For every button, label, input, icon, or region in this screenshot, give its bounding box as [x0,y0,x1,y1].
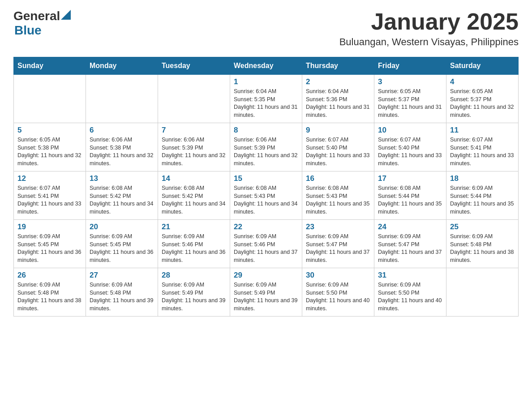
day-number: 29 [234,271,298,280]
page-header: General Blue January 2025 Buluangan, Wes… [13,9,519,48]
calendar-cell [158,75,230,123]
calendar-body: 1Sunrise: 6:04 AMSunset: 5:35 PMDaylight… [14,75,519,317]
header-day-saturday: Saturday [446,57,519,75]
day-number: 19 [17,223,82,231]
day-info: Sunrise: 6:08 AMSunset: 5:42 PMDaylight:… [90,184,154,216]
calendar-cell: 28Sunrise: 6:09 AMSunset: 5:49 PMDayligh… [158,268,230,317]
day-number: 17 [378,174,442,183]
day-number: 26 [17,271,82,280]
day-info: Sunrise: 6:05 AMSunset: 5:37 PMDaylight:… [450,88,515,119]
day-number: 6 [90,126,154,135]
header-day-friday: Friday [374,57,446,75]
day-number: 2 [306,77,370,86]
day-number: 4 [450,77,515,86]
calendar-cell: 22Sunrise: 6:09 AMSunset: 5:46 PMDayligh… [230,220,302,268]
day-number: 9 [306,126,370,135]
calendar-cell: 13Sunrise: 6:08 AMSunset: 5:42 PMDayligh… [86,171,158,220]
calendar-cell: 26Sunrise: 6:09 AMSunset: 5:48 PMDayligh… [14,268,86,317]
day-number: 13 [90,174,154,183]
logo-text-blue: Blue [14,23,42,38]
calendar-week-5: 26Sunrise: 6:09 AMSunset: 5:48 PMDayligh… [14,268,519,317]
day-info: Sunrise: 6:06 AMSunset: 5:39 PMDaylight:… [162,136,226,167]
day-number: 15 [234,174,298,183]
day-number: 11 [450,126,515,135]
day-number: 23 [306,223,370,231]
header-day-monday: Monday [86,57,158,75]
day-number: 12 [17,174,82,183]
calendar-cell: 25Sunrise: 6:09 AMSunset: 5:48 PMDayligh… [446,220,519,268]
day-info: Sunrise: 6:09 AMSunset: 5:49 PMDaylight:… [162,281,226,313]
calendar-week-4: 19Sunrise: 6:09 AMSunset: 5:45 PMDayligh… [14,220,519,268]
calendar-cell: 20Sunrise: 6:09 AMSunset: 5:45 PMDayligh… [86,220,158,268]
calendar-cell: 24Sunrise: 6:09 AMSunset: 5:47 PMDayligh… [374,220,446,268]
day-number: 1 [234,77,298,86]
day-number: 25 [450,223,515,231]
calendar-cell: 29Sunrise: 6:09 AMSunset: 5:49 PMDayligh… [230,268,302,317]
logo-text-general: General [13,9,60,23]
day-info: Sunrise: 6:09 AMSunset: 5:50 PMDaylight:… [306,281,370,313]
day-info: Sunrise: 6:08 AMSunset: 5:43 PMDaylight:… [234,184,298,216]
page-title: January 2025 [339,9,519,34]
day-info: Sunrise: 6:04 AMSunset: 5:35 PMDaylight:… [234,88,298,119]
day-number: 21 [162,223,226,231]
page-subtitle: Buluangan, Western Visayas, Philippines [339,36,519,48]
day-info: Sunrise: 6:07 AMSunset: 5:40 PMDaylight:… [306,136,370,167]
day-number: 5 [17,126,82,135]
calendar-cell: 16Sunrise: 6:08 AMSunset: 5:43 PMDayligh… [302,171,374,220]
day-info: Sunrise: 6:09 AMSunset: 5:45 PMDaylight:… [90,233,154,264]
day-info: Sunrise: 6:08 AMSunset: 5:42 PMDaylight:… [162,184,226,216]
header-day-tuesday: Tuesday [158,57,230,75]
day-info: Sunrise: 6:08 AMSunset: 5:44 PMDaylight:… [378,184,442,216]
day-info: Sunrise: 6:07 AMSunset: 5:41 PMDaylight:… [17,184,82,216]
day-number: 3 [378,77,442,86]
calendar-week-2: 5Sunrise: 6:05 AMSunset: 5:38 PMDaylight… [14,123,519,171]
day-info: Sunrise: 6:09 AMSunset: 5:47 PMDaylight:… [378,233,442,264]
calendar-cell: 15Sunrise: 6:08 AMSunset: 5:43 PMDayligh… [230,171,302,220]
day-info: Sunrise: 6:09 AMSunset: 5:48 PMDaylight:… [17,281,82,313]
calendar-cell: 3Sunrise: 6:05 AMSunset: 5:37 PMDaylight… [374,75,446,123]
day-number: 7 [162,126,226,135]
day-number: 8 [234,126,298,135]
calendar-cell: 30Sunrise: 6:09 AMSunset: 5:50 PMDayligh… [302,268,374,317]
header-day-sunday: Sunday [14,57,86,75]
calendar-cell: 14Sunrise: 6:08 AMSunset: 5:42 PMDayligh… [158,171,230,220]
calendar-cell: 10Sunrise: 6:07 AMSunset: 5:40 PMDayligh… [374,123,446,171]
calendar-cell: 8Sunrise: 6:06 AMSunset: 5:39 PMDaylight… [230,123,302,171]
calendar-cell: 9Sunrise: 6:07 AMSunset: 5:40 PMDaylight… [302,123,374,171]
day-info: Sunrise: 6:09 AMSunset: 5:46 PMDaylight:… [162,233,226,264]
day-info: Sunrise: 6:09 AMSunset: 5:46 PMDaylight:… [234,233,298,264]
calendar-cell: 12Sunrise: 6:07 AMSunset: 5:41 PMDayligh… [14,171,86,220]
calendar-cell: 4Sunrise: 6:05 AMSunset: 5:37 PMDaylight… [446,75,519,123]
day-info: Sunrise: 6:09 AMSunset: 5:47 PMDaylight:… [306,233,370,264]
day-info: Sunrise: 6:08 AMSunset: 5:43 PMDaylight:… [306,184,370,216]
calendar-cell [86,75,158,123]
day-number: 14 [162,174,226,183]
header-day-wednesday: Wednesday [230,57,302,75]
day-number: 31 [378,271,442,280]
day-info: Sunrise: 6:04 AMSunset: 5:36 PMDaylight:… [306,88,370,119]
day-info: Sunrise: 6:05 AMSunset: 5:38 PMDaylight:… [17,136,82,167]
day-number: 22 [234,223,298,231]
day-info: Sunrise: 6:09 AMSunset: 5:49 PMDaylight:… [234,281,298,313]
calendar-cell: 19Sunrise: 6:09 AMSunset: 5:45 PMDayligh… [14,220,86,268]
calendar-cell [446,268,519,317]
day-number: 27 [90,271,154,280]
day-info: Sunrise: 6:06 AMSunset: 5:38 PMDaylight:… [90,136,154,167]
day-number: 10 [378,126,442,135]
day-info: Sunrise: 6:09 AMSunset: 5:48 PMDaylight:… [450,233,515,264]
calendar-cell: 17Sunrise: 6:08 AMSunset: 5:44 PMDayligh… [374,171,446,220]
day-number: 20 [90,223,154,231]
calendar-cell: 21Sunrise: 6:09 AMSunset: 5:46 PMDayligh… [158,220,230,268]
svg-marker-0 [61,10,71,20]
day-number: 16 [306,174,370,183]
header-row: SundayMondayTuesdayWednesdayThursdayFrid… [14,57,519,75]
header-day-thursday: Thursday [302,57,374,75]
calendar-cell: 7Sunrise: 6:06 AMSunset: 5:39 PMDaylight… [158,123,230,171]
calendar-cell: 27Sunrise: 6:09 AMSunset: 5:48 PMDayligh… [86,268,158,317]
calendar-header: SundayMondayTuesdayWednesdayThursdayFrid… [14,57,519,75]
calendar-cell: 11Sunrise: 6:07 AMSunset: 5:41 PMDayligh… [446,123,519,171]
calendar-cell: 2Sunrise: 6:04 AMSunset: 5:36 PMDaylight… [302,75,374,123]
calendar-cell: 18Sunrise: 6:09 AMSunset: 5:44 PMDayligh… [446,171,519,220]
calendar-cell: 6Sunrise: 6:06 AMSunset: 5:38 PMDaylight… [86,123,158,171]
logo: General Blue [13,9,71,38]
